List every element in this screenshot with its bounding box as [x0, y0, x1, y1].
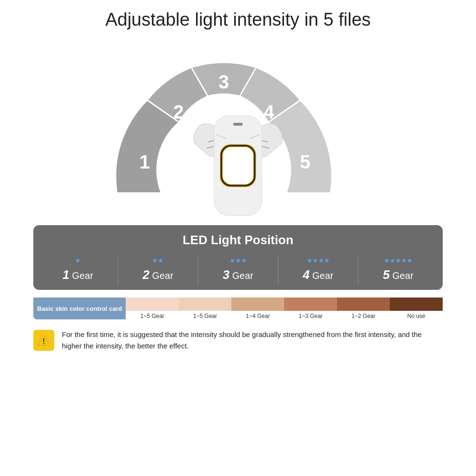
gear-label: 5 Gear — [383, 268, 414, 282]
skin-gear-label: No use — [407, 313, 426, 319]
skin-swatch-cell: 1~5 Gear — [178, 298, 231, 319]
svg-text:5: 5 — [300, 151, 310, 172]
svg-text:3: 3 — [218, 71, 229, 92]
gear-cell-2: 2 Gear — [118, 254, 198, 285]
skin-swatch-cell: 1~2 Gear — [337, 298, 390, 319]
gear-cell-5: 5 Gear — [358, 254, 438, 285]
warning-section: ! For the first time, it is suggested th… — [33, 329, 443, 352]
led-dot — [153, 259, 157, 262]
dial-section: 1 2 3 4 5 — [71, 40, 405, 220]
led-dot — [391, 259, 394, 262]
skin-color-swatch — [284, 298, 337, 311]
led-dot — [242, 259, 246, 262]
skin-gear-label: 1~5 Gear — [193, 313, 217, 319]
skin-swatches: 1~5 Gear1~5 Gear1~4 Gear1~3 Gear1~2 Gear… — [126, 298, 443, 319]
led-dot — [385, 259, 388, 262]
skin-color-swatch — [126, 298, 178, 311]
gear-cell-4: 4 Gear — [278, 254, 358, 285]
svg-rect-17 — [223, 147, 253, 184]
skin-color-swatch — [178, 298, 231, 311]
svg-text:1: 1 — [139, 151, 150, 172]
skin-color-swatch — [231, 298, 284, 311]
gear-cell-1: 1 Gear — [38, 254, 118, 285]
skin-label: Basic skin color control card — [33, 298, 126, 319]
gear-label: 2 Gear — [143, 268, 174, 282]
svg-rect-19 — [233, 123, 243, 126]
led-dot — [76, 259, 79, 262]
skin-gear-label: 1~2 Gear — [351, 313, 375, 319]
gear-cell-3: 3 Gear — [198, 254, 278, 285]
led-dot — [319, 259, 323, 262]
led-table-title: LED Light Position — [38, 233, 438, 248]
led-dot — [402, 259, 406, 262]
skin-swatch-cell: 1~3 Gear — [284, 298, 337, 319]
skin-swatch-cell: No use — [390, 298, 443, 319]
led-gear-row: 1 Gear2 Gear3 Gear4 Gear5 Gear — [38, 254, 438, 285]
skin-color-swatch — [390, 298, 443, 311]
led-table-section: LED Light Position 1 Gear2 Gear3 Gear4 G… — [33, 225, 443, 290]
page-title: Adjustable light intensity in 5 files — [105, 10, 371, 30]
skin-color-row: Basic skin color control card 1~5 Gear1~… — [33, 298, 443, 319]
skin-gear-label: 1~4 Gear — [246, 313, 270, 319]
gear-label: 1 Gear — [62, 268, 93, 282]
led-dot — [397, 259, 400, 262]
svg-text:!: ! — [42, 337, 45, 346]
led-dot — [231, 259, 234, 262]
gear-label: 3 Gear — [223, 268, 254, 282]
led-dot — [325, 259, 328, 262]
skin-gear-label: 1~3 Gear — [298, 313, 322, 319]
device-image — [186, 97, 290, 220]
svg-text:2: 2 — [173, 101, 184, 122]
led-dot — [237, 259, 240, 262]
led-dot — [308, 259, 311, 262]
skin-color-swatch — [337, 298, 390, 311]
warning-icon: ! — [33, 330, 54, 351]
skin-gear-label: 1~5 Gear — [140, 313, 164, 319]
gear-label: 4 Gear — [303, 268, 334, 282]
led-dot — [314, 259, 317, 262]
skin-swatch-cell: 1~4 Gear — [231, 298, 284, 319]
led-dot — [408, 259, 411, 262]
warning-text: For the first time, it is suggested that… — [62, 329, 443, 352]
skin-swatch-cell: 1~5 Gear — [126, 298, 178, 319]
led-dot — [159, 259, 162, 262]
